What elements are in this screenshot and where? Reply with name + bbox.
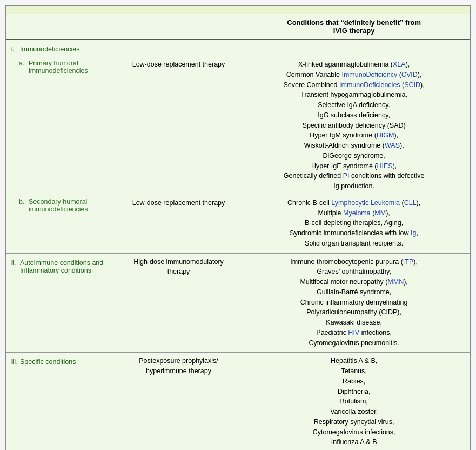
col-header-conditions: Conditions that “definitely benefit” fro… xyxy=(238,14,470,39)
conditions-text: Chronic B-cell Lymphocytic Leukemia (CLL… xyxy=(241,198,467,249)
strategy-text: Postexposure prophylaxis/hyperimmune the… xyxy=(123,356,235,376)
subcategory-row: b.Secondary humoral immunodeficienciesLo… xyxy=(6,195,470,252)
roman-numeral: II. xyxy=(10,259,20,267)
section-row: I.Immunodeficiencies xyxy=(6,39,470,56)
strategy-text: Low-dose replacement therapy xyxy=(123,198,235,208)
subcategory-label: Primary humoral immunodeficiencies xyxy=(29,59,116,75)
data-table: Conditions that “definitely benefit” fro… xyxy=(6,14,470,450)
category-label: Immunodeficiencies xyxy=(20,45,79,53)
subcategory-label: Secondary humoral immunodeficiencies xyxy=(29,198,116,213)
section-row: II.Autoimmune conditions andInflammatory… xyxy=(6,253,470,351)
table-title xyxy=(6,6,470,14)
header-row: Conditions that “definitely benefit” fro… xyxy=(6,14,470,39)
alpha-label: b. xyxy=(19,198,29,206)
conditions-text: Hepatitis A & B,Tetanus,Rabies,Diphtheri… xyxy=(241,356,467,447)
main-table-container: Conditions that “definitely benefit” fro… xyxy=(5,5,471,450)
section-row: III.Specific conditionsPostexposure prop… xyxy=(6,353,470,450)
strategy-text: Low-dose replacement therapy xyxy=(123,59,235,70)
strategy-text: High-dose immunomodulatory therapy xyxy=(123,257,235,277)
conditions-text: X-linked agammaglobulinemia (XLA),Common… xyxy=(241,59,467,191)
category-label: Autoimmune conditions andInflammatory co… xyxy=(20,259,103,274)
conditions-text: Immune thromobocytopenic purpura (ITP),G… xyxy=(241,257,467,348)
subcategory-row: a.Primary humoral immunodeficienciesLow-… xyxy=(6,56,470,195)
category-label: Specific conditions xyxy=(20,358,76,366)
alpha-label: a. xyxy=(19,59,29,67)
col-header-category xyxy=(6,14,119,39)
roman-numeral: I. xyxy=(10,45,20,53)
roman-numeral: III. xyxy=(10,358,20,366)
col-header-strategy xyxy=(119,14,238,39)
